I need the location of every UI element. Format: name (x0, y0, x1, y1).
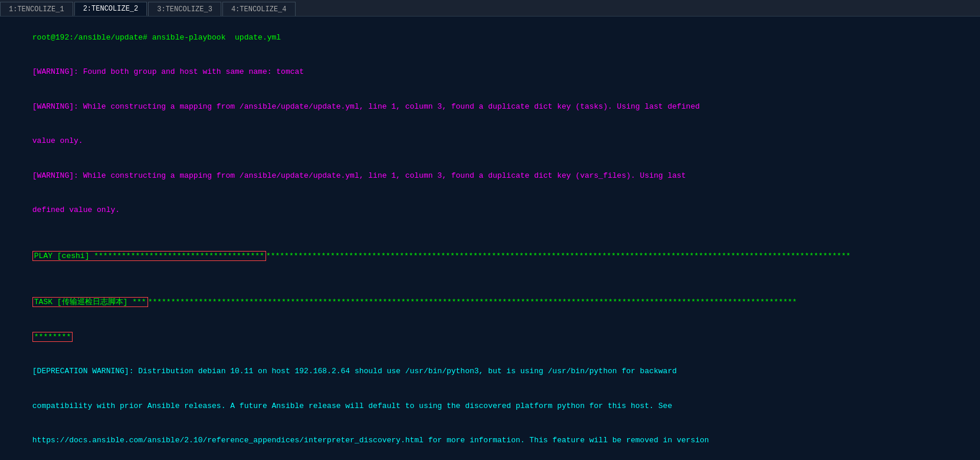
warning-duplicate-vars-b: defined value only. (5, 193, 975, 228)
warning-group-host: [WARNING]: Found both group and host wit… (5, 55, 975, 90)
deprecation-line1: [DEPRECATION WARNING]: Distribution debi… (5, 354, 975, 389)
empty-1 (5, 227, 975, 239)
prompt-text: root@192:/ansible/update# ansible-playbo… (32, 33, 281, 42)
deprecation-line2: compatibility with prior Ansible release… (5, 389, 975, 423)
task1-boxed: TASK [传输巡检日志脚本] *** (32, 297, 148, 307)
empty-2 (5, 273, 975, 285)
deprecation-line3: https://docs.ansible.com/ansible/2.10/re… (5, 423, 975, 458)
tab-bar: 1:TENCOLIZE_1 2:TENCOLIZE_2 3:TENCOLIZE_… (0, 0, 980, 17)
prompt-line-1: root@192:/ansible/update# ansible-playbo… (5, 20, 975, 55)
tab-1[interactable]: 1:TENCOLIZE_1 (0, 2, 73, 16)
play-boxed: PLAY [ceshi] ***************************… (32, 251, 266, 261)
tab-3[interactable]: 3:TENCOLIZE_3 (148, 2, 221, 16)
deprecation-line4: 2.12. Deprecation warnings can be disabl… (5, 458, 975, 460)
terminal-body: root@192:/ansible/update# ansible-playbo… (0, 17, 980, 460)
warning-duplicate-vars: [WARNING]: While constructing a mapping … (5, 158, 975, 193)
task1-stars-boxed: ******** (32, 332, 73, 342)
task1-stars-line: ******** (5, 319, 975, 354)
task1-line: TASK [传输巡检日志脚本] ************************… (5, 285, 975, 320)
play-line: PLAY [ceshi] ***************************… (5, 239, 975, 274)
warning-duplicate-tasks-b: value only. (5, 124, 975, 159)
tab-4[interactable]: 4:TENCOLIZE_4 (222, 2, 296, 16)
warning-duplicate-tasks: [WARNING]: While constructing a mapping … (5, 89, 975, 124)
terminal-wrapper: 1:TENCOLIZE_1 2:TENCOLIZE_2 3:TENCOLIZE_… (0, 0, 980, 460)
tab-2[interactable]: 2:TENCOLIZE_2 (74, 2, 148, 16)
